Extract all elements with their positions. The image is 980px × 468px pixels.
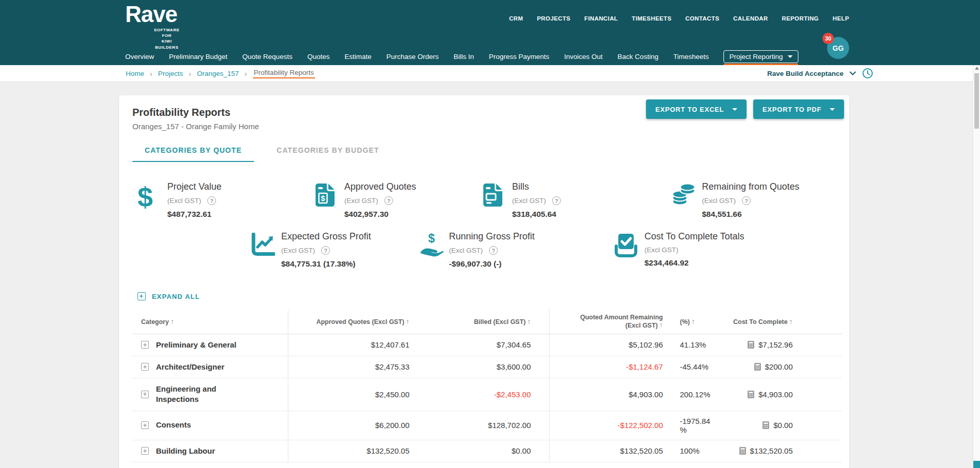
cost-to-complete-totals-amount: $234,464.92 (644, 258, 744, 268)
report-tabs: CATEGORIES BY QUOTE CATEGORIES BY BUDGET (132, 146, 849, 162)
logo-text: Rave (125, 3, 183, 26)
report-card: Profitability Reports Oranges_157 - Oran… (119, 95, 849, 468)
calculator-icon (748, 391, 754, 398)
chevron-down-icon (788, 55, 793, 58)
coins-icon (672, 181, 697, 219)
summary-cards-row-1: $ Project Value (Excl GST) $487,732.61 $ (132, 181, 849, 219)
breadcrumb-current: Profitability Reports (253, 69, 315, 78)
export-buttons: EXPORT TO EXCEL EXPORT TO PDF (646, 99, 844, 119)
avatar[interactable]: GG 30 (827, 37, 849, 59)
top-nav-reporting[interactable]: REPORTING (782, 15, 819, 22)
company-selector[interactable]: Rave Build Acceptance (767, 68, 873, 79)
chart-icon (251, 231, 276, 269)
table-row: Preliminary & General $12,407.61 $7,304.… (132, 334, 842, 356)
row-expand-icon[interactable] (141, 421, 149, 429)
top-nav-contacts[interactable]: CONTACTS (685, 15, 719, 22)
sort-arrow-icon: ↑ (789, 317, 793, 325)
top-nav-financial[interactable]: FINANCIAL (584, 15, 618, 22)
project-nav-back-costing[interactable]: Back Costing (618, 53, 659, 60)
expand-all-button[interactable]: EXPAND ALL (132, 292, 849, 300)
project-nav-quote-requests[interactable]: Quote Requests (242, 53, 292, 60)
row-expand-icon[interactable] (141, 341, 149, 349)
help-icon[interactable] (552, 196, 561, 205)
calculator-icon (754, 363, 761, 371)
top-nav-projects[interactable]: PROJECTS (537, 15, 571, 22)
main-content: Profitability Reports Oranges_157 - Oran… (0, 82, 980, 468)
svg-text:$: $ (428, 233, 435, 245)
tab-categories-by-quote[interactable]: CATEGORIES BY QUOTE (132, 146, 254, 162)
sort-arrow-icon: ↑ (406, 317, 409, 325)
avatar-initials: GG (833, 44, 844, 52)
row-expand-icon[interactable] (141, 363, 149, 371)
header-cost-to-complete[interactable]: Cost To Complete↑ (713, 310, 801, 334)
sort-arrow-icon: ↑ (691, 317, 695, 325)
approved-quotes-card: $ Approved Quotes (Excl GST) $402,957.30 (315, 181, 482, 219)
scrollbar-thumb[interactable] (974, 73, 979, 129)
project-nav-purchase-orders[interactable]: Purchase Orders (386, 53, 439, 60)
project-nav-quotes[interactable]: Quotes (307, 53, 330, 60)
bills-card: Bills (Excl GST) $318,405.64 (482, 181, 672, 219)
export-to-excel-button[interactable]: EXPORT TO EXCEL (646, 99, 747, 119)
project-nav-progress-payments[interactable]: Progress Payments (489, 53, 550, 60)
header-approved-quotes[interactable]: Approved Quotes (Excl GST)↑ (288, 310, 420, 334)
breadcrumb-home[interactable]: Home (126, 70, 144, 77)
hand-dollar-icon: $ (419, 231, 444, 269)
export-to-pdf-button[interactable]: EXPORT TO PDF (753, 99, 844, 119)
breadcrumb: Home › Projects › Oranges_157 › Profitab… (126, 69, 315, 78)
top-nav: CRM PROJECTS FINANCIAL TIMESHEETS CONTAC… (509, 15, 849, 22)
project-nav: Overview Preliminary Budget Quote Reques… (125, 48, 798, 65)
breadcrumb-projects[interactable]: Projects (158, 70, 183, 77)
project-nav-invoices-out[interactable]: Invoices Out (564, 53, 603, 60)
running-gross-profit-amount: -$96,907.30 (-) (449, 259, 535, 269)
row-expand-icon[interactable] (141, 391, 149, 398)
help-icon[interactable] (489, 246, 498, 255)
project-nav-timesheets[interactable]: Timesheets (673, 53, 709, 60)
breadcrumb-separator-icon: › (150, 69, 152, 78)
company-selector-label: Rave Build Acceptance (767, 70, 844, 77)
breadcrumb-separator-icon: › (189, 69, 191, 78)
approved-quotes-amount: $402,957.30 (344, 210, 416, 219)
project-nav-bills-in[interactable]: Bills In (454, 53, 474, 60)
chevron-down-icon (850, 71, 856, 75)
project-nav-project-reporting[interactable]: Project Reporting (723, 50, 798, 63)
top-nav-crm[interactable]: CRM (509, 15, 523, 22)
breadcrumb-project[interactable]: Oranges_157 (197, 70, 239, 77)
chevron-down-icon (732, 108, 737, 111)
tab-categories-by-budget[interactable]: CATEGORIES BY BUDGET (264, 146, 391, 162)
categories-table: Category↑ Approved Quotes (Excl GST)↑ Bi… (132, 310, 842, 462)
project-nav-estimate[interactable]: Estimate (344, 53, 371, 60)
top-nav-calendar[interactable]: CALENDAR (733, 15, 768, 22)
help-icon[interactable] (742, 196, 751, 205)
scroll-up-icon[interactable] (975, 67, 979, 70)
svg-text:$: $ (138, 183, 153, 212)
top-nav-help[interactable]: HELP (833, 15, 849, 22)
help-icon[interactable] (384, 196, 393, 205)
expected-gross-profit-amount: $84,775.31 (17.38%) (281, 259, 371, 269)
vertical-scrollbar[interactable] (973, 65, 980, 468)
row-expand-icon[interactable] (141, 447, 149, 455)
running-gross-profit-card: $ Running Gross Profit (Excl GST) -$96,9… (419, 231, 615, 269)
checkbox-icon (615, 231, 639, 269)
table-header-row: Category↑ Approved Quotes (Excl GST)↑ Bi… (132, 310, 842, 334)
sort-arrow-icon: ↑ (170, 317, 174, 325)
breadcrumb-bar: Home › Projects › Oranges_157 › Profitab… (0, 65, 980, 82)
header-billed[interactable]: Billed (Excl GST)↑ (420, 310, 549, 334)
top-nav-timesheets[interactable]: TIMESHEETS (632, 15, 671, 22)
scroll-corner-button[interactable] (973, 461, 980, 468)
header-category[interactable]: Category↑ (132, 310, 288, 334)
remaining-from-quotes-amount: $84,551.66 (702, 210, 799, 219)
help-icon[interactable] (321, 246, 330, 255)
clock-icon[interactable] (862, 68, 873, 79)
table-row: Engineering and Inspections $2,450.00 -$… (132, 378, 842, 411)
table-row: Building Labour $132,520.05 $0.00 $132,5… (132, 440, 842, 462)
header-quoted-amount-remaining[interactable]: Quoted Amount Remaining (Excl GST)↑ (549, 310, 667, 334)
calculator-icon (762, 421, 769, 429)
project-nav-overview[interactable]: Overview (125, 53, 154, 60)
svg-text:$: $ (321, 194, 325, 202)
logo-tagline: SOFTWARE FOR KIWI BUILDERS (151, 27, 183, 50)
expected-gross-profit-card: Expected Gross Profit (Excl GST) $84,775… (251, 231, 419, 269)
help-icon[interactable] (207, 196, 216, 205)
sort-arrow-icon: ↑ (527, 317, 531, 325)
header-percent[interactable]: (%)↑ (667, 310, 713, 334)
project-nav-preliminary-budget[interactable]: Preliminary Budget (169, 53, 227, 60)
